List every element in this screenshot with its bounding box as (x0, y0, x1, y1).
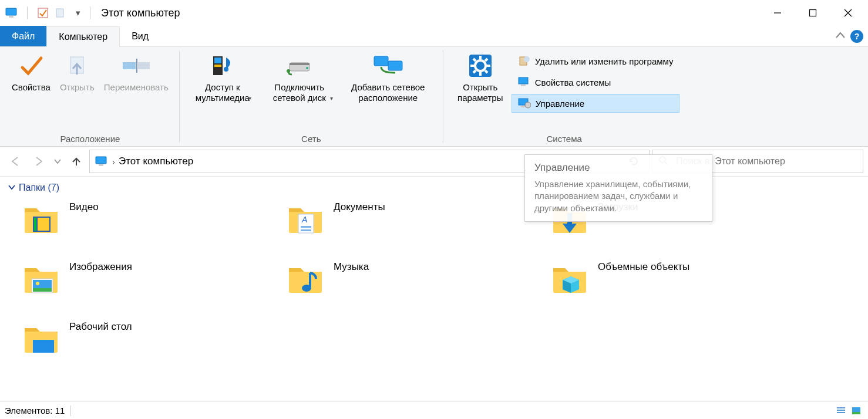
svg-point-19 (287, 69, 290, 73)
group-caption-location: Расположение (7, 134, 173, 145)
svg-rect-14 (214, 65, 221, 67)
content-area: Папки (7) Видео A Документы Загрузки (0, 177, 868, 399)
svg-rect-2 (38, 8, 48, 18)
checkmark-icon (19, 52, 43, 80)
svg-rect-35 (521, 85, 526, 86)
system-properties-label: Свойства системы (535, 77, 611, 87)
ribbon-group-network: Доступ к мультимедиа ▾ Подключить сетево… (182, 47, 440, 146)
system-properties-button[interactable]: Свойства системы (512, 73, 679, 92)
open-settings-button[interactable]: Открыть параметры (449, 49, 512, 106)
group-caption-system: Система (449, 134, 679, 145)
uninstall-program-button[interactable]: Удалить или изменить программу (512, 52, 679, 70)
svg-rect-56 (33, 288, 52, 292)
ribbon-group-system: Открыть параметры Удалить или изменить п… (446, 47, 683, 146)
tab-view[interactable]: Вид (120, 26, 160, 46)
svg-line-30 (485, 59, 487, 61)
svg-rect-51 (301, 229, 311, 231)
svg-rect-45 (34, 218, 36, 231)
properties-button[interactable]: Свойства (7, 49, 55, 95)
computer-icon (5, 6, 19, 20)
tooltip-title: Управление (534, 162, 702, 174)
chevron-down-icon: ▾ (248, 95, 251, 102)
folder-pictures[interactable]: Изображения (22, 256, 281, 314)
chevron-right-icon[interactable]: › (112, 157, 115, 167)
add-network-location-label: Добавить сетевое расположение (344, 82, 432, 103)
rename-button: Переименовать (99, 49, 173, 95)
breadcrumb-this-pc[interactable]: Этот компьютер (119, 156, 193, 167)
network-drive-icon (285, 52, 314, 80)
folders-group-label: Папки (7) (19, 183, 59, 193)
add-network-location-button[interactable]: Добавить сетевое расположение (339, 49, 437, 106)
back-button[interactable] (5, 151, 26, 172)
manage-button[interactable]: Управление (512, 94, 679, 113)
network-location-icon (372, 52, 405, 80)
window-title: Этот компьютер (101, 7, 180, 19)
folder-desktop[interactable]: Рабочий стол (22, 316, 281, 374)
help-icon[interactable]: ? (850, 30, 863, 43)
open-icon (65, 52, 89, 80)
maximize-button[interactable] (795, 0, 830, 26)
titlebar: ▾ Этот компьютер (0, 0, 868, 26)
media-server-icon (208, 52, 237, 80)
close-button[interactable] (830, 0, 866, 26)
chevron-down-icon (8, 183, 15, 193)
map-drive-button[interactable]: Подключить сетевой диск ▾ (260, 49, 339, 104)
ribbon-body: Свойства Открыть Переименовать Расположе… (0, 47, 868, 147)
folder-video-icon (22, 200, 60, 238)
chevron-down-icon: ▾ (330, 95, 333, 102)
folder-music[interactable]: Музыка (287, 256, 545, 314)
rename-label: Переименовать (104, 82, 169, 93)
folder-3d-objects[interactable]: Объемные объекты (551, 256, 809, 314)
manage-label: Управление (536, 99, 584, 109)
view-details-button[interactable] (834, 404, 848, 417)
folders-group-header[interactable]: Папки (7) (8, 183, 862, 193)
view-large-icons-button[interactable] (849, 404, 863, 417)
svg-rect-17 (290, 63, 309, 65)
folder-documents-icon: A (287, 200, 324, 238)
tab-file[interactable]: Файл (0, 26, 46, 46)
folder-music-icon (287, 260, 324, 298)
folder-documents-label: Документы (334, 200, 385, 213)
navbar: › Этот компьютер (0, 147, 868, 176)
svg-rect-3 (56, 9, 63, 17)
forward-button[interactable] (28, 151, 49, 172)
folder-desktop-label: Рабочий стол (69, 320, 132, 333)
folder-documents[interactable]: A Документы (287, 197, 545, 254)
svg-rect-1 (9, 16, 14, 18)
svg-line-28 (473, 59, 476, 61)
svg-rect-13 (214, 58, 221, 63)
media-access-label: Доступ к мультимедиа (190, 82, 255, 103)
group-caption-network: Сеть (186, 134, 437, 145)
new-folder-qat-icon (53, 6, 68, 20)
collapse-ribbon-icon[interactable] (835, 31, 846, 41)
svg-line-31 (473, 70, 476, 73)
svg-point-38 (525, 102, 531, 108)
folder-video[interactable]: Видео (22, 197, 281, 254)
recent-locations-button[interactable] (52, 151, 63, 172)
qat-dropdown-icon[interactable]: ▾ (71, 6, 85, 20)
properties-qat-icon[interactable] (36, 6, 50, 20)
tooltip-manage: Управление Управление хранилищем, событи… (524, 154, 712, 222)
folder-video-label: Видео (69, 200, 99, 213)
svg-point-33 (524, 56, 530, 62)
uninstall-icon (517, 55, 530, 67)
computer-icon (95, 154, 109, 168)
svg-rect-46 (38, 218, 49, 231)
folder-3d-objects-icon (551, 260, 588, 298)
svg-line-29 (485, 70, 487, 73)
svg-point-18 (306, 67, 308, 69)
status-bar: Элементов: 11 (0, 401, 868, 419)
minimize-button[interactable] (760, 0, 795, 26)
ribbon-tabs: Файл Компьютер Вид ? (0, 26, 868, 47)
rename-icon (120, 52, 152, 80)
media-access-button[interactable]: Доступ к мультимедиа ▾ (186, 49, 260, 104)
svg-rect-5 (810, 10, 816, 16)
up-button[interactable] (66, 151, 87, 172)
svg-rect-67 (852, 412, 860, 414)
properties-label: Свойства (12, 82, 51, 93)
svg-rect-0 (6, 8, 16, 15)
tooltip-body: Управление хранилищем, событиями, планир… (534, 178, 702, 214)
tab-computer[interactable]: Компьютер (46, 26, 120, 47)
folder-music-label: Музыка (334, 260, 369, 273)
svg-rect-39 (96, 157, 106, 164)
